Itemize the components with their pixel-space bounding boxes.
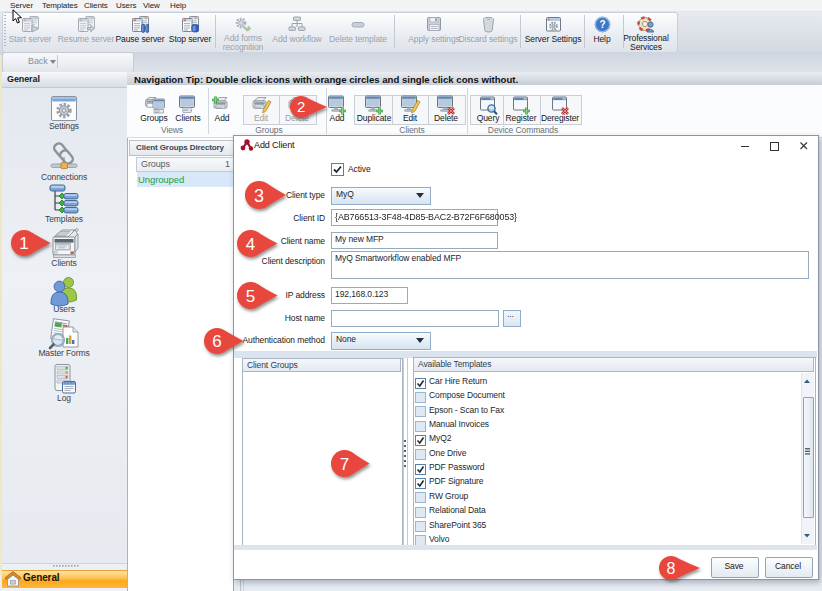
- svg-text:6: 6: [212, 332, 221, 351]
- svg-text:1: 1: [19, 234, 28, 253]
- svg-text:?: ?: [599, 19, 605, 30]
- svg-text:5: 5: [245, 287, 254, 306]
- svg-text:8: 8: [667, 559, 676, 576]
- svg-text:2: 2: [297, 98, 305, 115]
- svg-text:4: 4: [245, 235, 254, 254]
- svg-text:3: 3: [254, 185, 264, 205]
- svg-text:7: 7: [339, 454, 348, 473]
